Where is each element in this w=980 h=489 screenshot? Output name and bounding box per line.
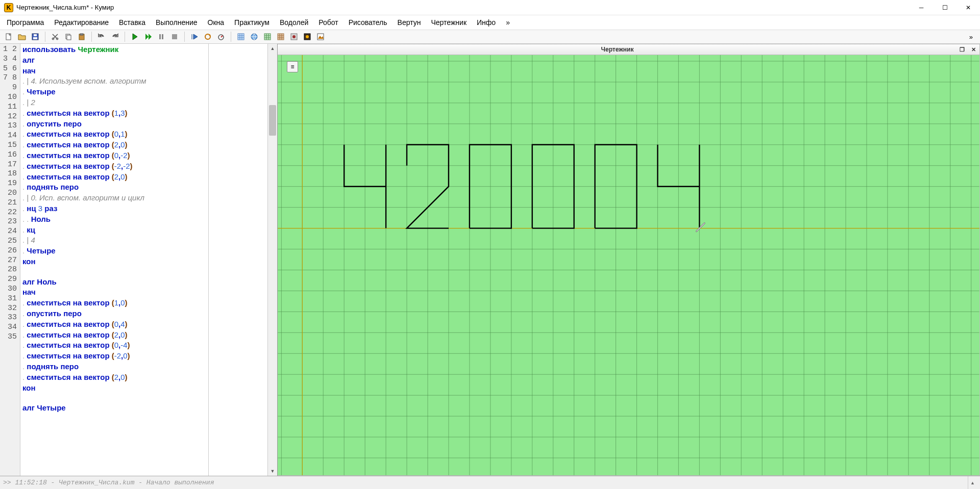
menu-практикум[interactable]: Практикум	[230, 17, 274, 28]
svg-rect-9	[80, 34, 83, 35]
world6-icon[interactable]	[302, 31, 313, 42]
speed-icon[interactable]	[215, 31, 227, 42]
svg-rect-3	[34, 34, 37, 36]
canvas-menu-button[interactable]: ≡	[287, 61, 298, 72]
pause-icon[interactable]	[156, 31, 167, 42]
menubar: ПрограммаРедактированиеВставкаВыполнение…	[0, 15, 980, 30]
editor-pane: 1 2 3 4 5 6 7 8 9 10 11 12 13 14 15 16 1…	[0, 44, 278, 476]
world7-icon[interactable]	[315, 31, 326, 42]
window-maximize-button[interactable]: ☐	[933, 0, 957, 15]
to-line-icon[interactable]	[189, 31, 200, 42]
redo-icon[interactable]	[109, 31, 120, 42]
menu-программа[interactable]: Программа	[2, 17, 48, 28]
scroll-down-icon[interactable]: ▼	[268, 467, 277, 476]
editor-margin-column	[209, 44, 268, 476]
step-icon[interactable]	[142, 31, 154, 42]
app-icon: K	[4, 3, 13, 12]
svg-rect-18	[278, 34, 284, 40]
grid-svg	[278, 55, 979, 475]
svg-rect-7	[67, 35, 71, 40]
world4-icon[interactable]	[275, 31, 286, 42]
svg-rect-15	[238, 34, 244, 40]
menu-окна[interactable]: Окна	[203, 17, 229, 28]
menu-рисователь[interactable]: Рисователь	[344, 17, 392, 28]
console-bar: >> 11:52:18 - Чертежник_Числа.kum - Нача…	[0, 476, 980, 489]
menu-водолей[interactable]: Водолей	[275, 17, 313, 28]
svg-rect-10	[159, 34, 161, 39]
copy-icon[interactable]	[63, 31, 74, 42]
new-file-icon[interactable]	[3, 31, 14, 42]
menu-вертун[interactable]: Вертун	[393, 17, 426, 28]
menu-робот[interactable]: Робот	[314, 17, 342, 28]
svg-line-83	[696, 223, 704, 231]
menu-»[interactable]: »	[501, 17, 514, 28]
panel-title: Чертежник	[278, 46, 957, 53]
main-area: 1 2 3 4 5 6 7 8 9 10 11 12 13 14 15 16 1…	[0, 44, 980, 476]
menu-редактирование[interactable]: Редактирование	[50, 17, 113, 28]
window-minimize-button[interactable]: ─	[910, 0, 933, 15]
panel-titlebar: Чертежник ❐ ✕	[278, 44, 980, 55]
menu-инфо[interactable]: Инфо	[472, 17, 500, 28]
world3-icon[interactable]	[262, 31, 273, 42]
code-editor[interactable]: использовать Чертежник алг нач . | 4. Ис…	[20, 44, 209, 476]
paste-icon[interactable]	[76, 31, 87, 42]
window-title: Чертежник_Числа.kum* - Кумир	[16, 4, 114, 11]
world5-icon[interactable]	[288, 31, 300, 42]
panel-restore-button[interactable]: ❐	[957, 45, 967, 54]
svg-rect-12	[172, 34, 177, 39]
svg-point-20	[292, 35, 296, 38]
cut-icon[interactable]	[50, 31, 61, 42]
svg-rect-2	[33, 37, 37, 39]
scrollbar-thumb[interactable]	[269, 105, 276, 136]
console-scroll-up-icon[interactable]: ▲	[968, 476, 977, 489]
run-icon[interactable]	[129, 31, 140, 42]
window-titlebar: K Чертежник_Числа.kum* - Кумир ─ ☐ ✕	[0, 0, 980, 15]
open-file-icon[interactable]	[16, 31, 28, 42]
panel-close-button[interactable]: ✕	[968, 45, 978, 54]
world2-icon[interactable]	[249, 31, 260, 42]
editor-scrollbar[interactable]: ▲ ▼	[268, 44, 277, 476]
svg-rect-17	[264, 34, 271, 40]
canvas-pane: Чертежник ❐ ✕ ≡	[278, 44, 980, 476]
world1-icon[interactable]	[235, 31, 247, 42]
menu-чертежник[interactable]: Чертежник	[426, 17, 471, 28]
window-close-button[interactable]: ✕	[957, 0, 980, 15]
line-number-gutter: 1 2 3 4 5 6 7 8 9 10 11 12 13 14 15 16 1…	[0, 44, 20, 476]
save-file-icon[interactable]	[30, 31, 41, 42]
svg-rect-11	[162, 34, 163, 39]
undo-icon[interactable]	[96, 31, 107, 42]
scroll-up-icon[interactable]: ▲	[268, 44, 277, 53]
toolbar-overflow-button[interactable]: »	[965, 33, 977, 41]
drawing-canvas[interactable]: ≡	[278, 55, 980, 476]
reset-icon[interactable]	[202, 31, 213, 42]
toolbar: »	[0, 30, 980, 44]
stop-icon[interactable]	[169, 31, 180, 42]
menu-вставка[interactable]: Вставка	[114, 17, 150, 28]
menu-выполнение[interactable]: Выполнение	[151, 17, 202, 28]
console-text: >> 11:52:18 - Чертежник_Числа.kum - Нача…	[3, 479, 968, 486]
svg-point-22	[306, 35, 309, 38]
